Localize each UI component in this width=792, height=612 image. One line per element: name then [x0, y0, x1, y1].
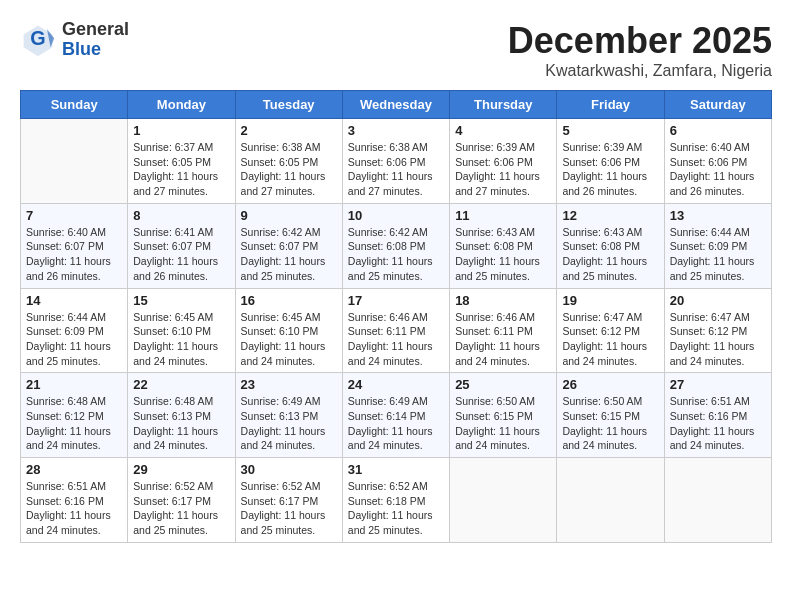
day-number: 4	[455, 123, 551, 138]
day-number: 10	[348, 208, 444, 223]
calendar-cell: 11Sunrise: 6:43 AM Sunset: 6:08 PM Dayli…	[450, 203, 557, 288]
calendar-cell	[557, 458, 664, 543]
day-number: 21	[26, 377, 122, 392]
calendar-cell: 18Sunrise: 6:46 AM Sunset: 6:11 PM Dayli…	[450, 288, 557, 373]
day-number: 24	[348, 377, 444, 392]
day-detail: Sunrise: 6:45 AM Sunset: 6:10 PM Dayligh…	[241, 310, 337, 369]
day-number: 20	[670, 293, 766, 308]
day-number: 3	[348, 123, 444, 138]
day-number: 28	[26, 462, 122, 477]
calendar-cell: 26Sunrise: 6:50 AM Sunset: 6:15 PM Dayli…	[557, 373, 664, 458]
day-detail: Sunrise: 6:49 AM Sunset: 6:13 PM Dayligh…	[241, 394, 337, 453]
day-number: 13	[670, 208, 766, 223]
calendar-cell	[664, 458, 771, 543]
day-detail: Sunrise: 6:39 AM Sunset: 6:06 PM Dayligh…	[562, 140, 658, 199]
page-header: G General Blue December 2025 Kwatarkwash…	[20, 20, 772, 80]
day-detail: Sunrise: 6:49 AM Sunset: 6:14 PM Dayligh…	[348, 394, 444, 453]
calendar-cell	[21, 119, 128, 204]
calendar-cell: 12Sunrise: 6:43 AM Sunset: 6:08 PM Dayli…	[557, 203, 664, 288]
day-detail: Sunrise: 6:40 AM Sunset: 6:07 PM Dayligh…	[26, 225, 122, 284]
day-number: 18	[455, 293, 551, 308]
day-number: 26	[562, 377, 658, 392]
day-detail: Sunrise: 6:39 AM Sunset: 6:06 PM Dayligh…	[455, 140, 551, 199]
day-number: 27	[670, 377, 766, 392]
month-title: December 2025	[508, 20, 772, 62]
day-number: 1	[133, 123, 229, 138]
calendar-cell: 30Sunrise: 6:52 AM Sunset: 6:17 PM Dayli…	[235, 458, 342, 543]
day-number: 14	[26, 293, 122, 308]
calendar-cell: 31Sunrise: 6:52 AM Sunset: 6:18 PM Dayli…	[342, 458, 449, 543]
calendar-cell: 14Sunrise: 6:44 AM Sunset: 6:09 PM Dayli…	[21, 288, 128, 373]
day-detail: Sunrise: 6:47 AM Sunset: 6:12 PM Dayligh…	[670, 310, 766, 369]
day-detail: Sunrise: 6:38 AM Sunset: 6:06 PM Dayligh…	[348, 140, 444, 199]
day-number: 7	[26, 208, 122, 223]
day-detail: Sunrise: 6:48 AM Sunset: 6:12 PM Dayligh…	[26, 394, 122, 453]
day-detail: Sunrise: 6:51 AM Sunset: 6:16 PM Dayligh…	[26, 479, 122, 538]
day-detail: Sunrise: 6:38 AM Sunset: 6:05 PM Dayligh…	[241, 140, 337, 199]
day-header-thursday: Thursday	[450, 91, 557, 119]
calendar-cell: 9Sunrise: 6:42 AM Sunset: 6:07 PM Daylig…	[235, 203, 342, 288]
day-number: 17	[348, 293, 444, 308]
day-detail: Sunrise: 6:52 AM Sunset: 6:17 PM Dayligh…	[133, 479, 229, 538]
calendar-cell: 17Sunrise: 6:46 AM Sunset: 6:11 PM Dayli…	[342, 288, 449, 373]
calendar-cell: 13Sunrise: 6:44 AM Sunset: 6:09 PM Dayli…	[664, 203, 771, 288]
calendar-cell: 5Sunrise: 6:39 AM Sunset: 6:06 PM Daylig…	[557, 119, 664, 204]
day-number: 6	[670, 123, 766, 138]
day-header-sunday: Sunday	[21, 91, 128, 119]
calendar-cell: 2Sunrise: 6:38 AM Sunset: 6:05 PM Daylig…	[235, 119, 342, 204]
day-number: 19	[562, 293, 658, 308]
day-detail: Sunrise: 6:40 AM Sunset: 6:06 PM Dayligh…	[670, 140, 766, 199]
day-number: 25	[455, 377, 551, 392]
calendar-cell: 21Sunrise: 6:48 AM Sunset: 6:12 PM Dayli…	[21, 373, 128, 458]
calendar-cell: 16Sunrise: 6:45 AM Sunset: 6:10 PM Dayli…	[235, 288, 342, 373]
day-number: 31	[348, 462, 444, 477]
day-detail: Sunrise: 6:48 AM Sunset: 6:13 PM Dayligh…	[133, 394, 229, 453]
day-detail: Sunrise: 6:46 AM Sunset: 6:11 PM Dayligh…	[455, 310, 551, 369]
day-detail: Sunrise: 6:37 AM Sunset: 6:05 PM Dayligh…	[133, 140, 229, 199]
day-number: 9	[241, 208, 337, 223]
day-number: 16	[241, 293, 337, 308]
day-detail: Sunrise: 6:42 AM Sunset: 6:07 PM Dayligh…	[241, 225, 337, 284]
calendar-cell: 10Sunrise: 6:42 AM Sunset: 6:08 PM Dayli…	[342, 203, 449, 288]
calendar-header-row: SundayMondayTuesdayWednesdayThursdayFrid…	[21, 91, 772, 119]
day-detail: Sunrise: 6:43 AM Sunset: 6:08 PM Dayligh…	[562, 225, 658, 284]
day-number: 5	[562, 123, 658, 138]
day-detail: Sunrise: 6:46 AM Sunset: 6:11 PM Dayligh…	[348, 310, 444, 369]
calendar-week-4: 21Sunrise: 6:48 AM Sunset: 6:12 PM Dayli…	[21, 373, 772, 458]
day-detail: Sunrise: 6:43 AM Sunset: 6:08 PM Dayligh…	[455, 225, 551, 284]
logo-blue-text: Blue	[62, 40, 129, 60]
day-header-wednesday: Wednesday	[342, 91, 449, 119]
calendar-cell: 3Sunrise: 6:38 AM Sunset: 6:06 PM Daylig…	[342, 119, 449, 204]
calendar-table: SundayMondayTuesdayWednesdayThursdayFrid…	[20, 90, 772, 543]
day-number: 11	[455, 208, 551, 223]
day-detail: Sunrise: 6:50 AM Sunset: 6:15 PM Dayligh…	[562, 394, 658, 453]
calendar-cell: 4Sunrise: 6:39 AM Sunset: 6:06 PM Daylig…	[450, 119, 557, 204]
logo-icon: G	[20, 22, 56, 58]
calendar-cell: 22Sunrise: 6:48 AM Sunset: 6:13 PM Dayli…	[128, 373, 235, 458]
calendar-cell: 29Sunrise: 6:52 AM Sunset: 6:17 PM Dayli…	[128, 458, 235, 543]
calendar-cell: 1Sunrise: 6:37 AM Sunset: 6:05 PM Daylig…	[128, 119, 235, 204]
day-detail: Sunrise: 6:50 AM Sunset: 6:15 PM Dayligh…	[455, 394, 551, 453]
calendar-cell: 19Sunrise: 6:47 AM Sunset: 6:12 PM Dayli…	[557, 288, 664, 373]
calendar-cell: 15Sunrise: 6:45 AM Sunset: 6:10 PM Dayli…	[128, 288, 235, 373]
day-header-saturday: Saturday	[664, 91, 771, 119]
day-number: 12	[562, 208, 658, 223]
day-number: 15	[133, 293, 229, 308]
calendar-week-1: 1Sunrise: 6:37 AM Sunset: 6:05 PM Daylig…	[21, 119, 772, 204]
day-detail: Sunrise: 6:52 AM Sunset: 6:18 PM Dayligh…	[348, 479, 444, 538]
day-detail: Sunrise: 6:47 AM Sunset: 6:12 PM Dayligh…	[562, 310, 658, 369]
calendar-cell: 8Sunrise: 6:41 AM Sunset: 6:07 PM Daylig…	[128, 203, 235, 288]
day-detail: Sunrise: 6:51 AM Sunset: 6:16 PM Dayligh…	[670, 394, 766, 453]
day-header-monday: Monday	[128, 91, 235, 119]
title-area: December 2025 Kwatarkwashi, Zamfara, Nig…	[508, 20, 772, 80]
day-number: 22	[133, 377, 229, 392]
calendar-cell: 28Sunrise: 6:51 AM Sunset: 6:16 PM Dayli…	[21, 458, 128, 543]
day-header-friday: Friday	[557, 91, 664, 119]
day-number: 29	[133, 462, 229, 477]
calendar-cell: 23Sunrise: 6:49 AM Sunset: 6:13 PM Dayli…	[235, 373, 342, 458]
day-detail: Sunrise: 6:44 AM Sunset: 6:09 PM Dayligh…	[670, 225, 766, 284]
logo-text: General Blue	[62, 20, 129, 60]
day-number: 30	[241, 462, 337, 477]
calendar-week-3: 14Sunrise: 6:44 AM Sunset: 6:09 PM Dayli…	[21, 288, 772, 373]
calendar-cell: 20Sunrise: 6:47 AM Sunset: 6:12 PM Dayli…	[664, 288, 771, 373]
